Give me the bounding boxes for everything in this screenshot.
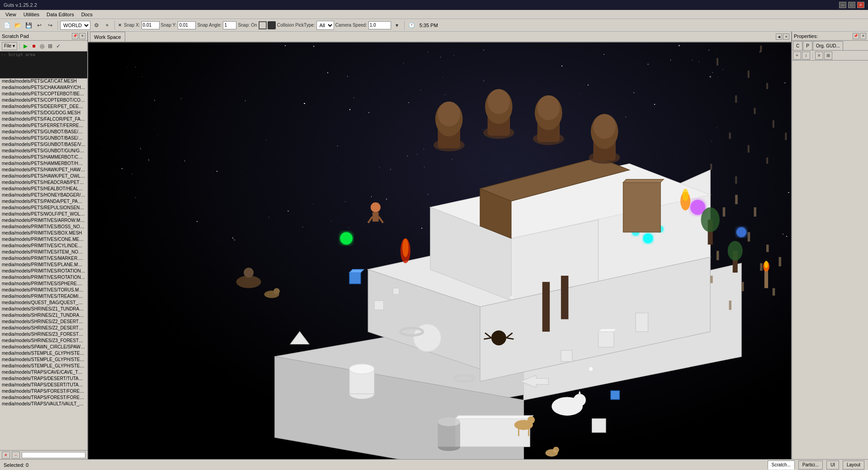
file-list-item[interactable]: media/models/TRAPS/FOREST/FOREST_M... — [0, 395, 87, 401]
file-list-item[interactable]: media/models/PETS/HAMMERBOT/HAMME... — [0, 161, 87, 167]
file-list-item[interactable]: media/models/PETS/GUNBOT/BASE/COLLI... — [0, 129, 87, 136]
file-list-item[interactable]: media/models/TRAPS/FOREST/FOREST_M... — [0, 389, 87, 395]
script-record-btn[interactable]: ◎ — [38, 42, 46, 50]
file-list-item[interactable]: media/models/PETS/GUNBOT/BASE/VAULT... — [0, 142, 87, 148]
status-tab-ui[interactable]: UI — [826, 461, 839, 470]
file-list-item[interactable]: media/models/PRIMITIVES/BOSS_NODE.ME — [0, 224, 87, 230]
menu-data-editors[interactable]: Data Editors — [43, 10, 78, 19]
world-settings-btn[interactable]: ⚙ — [91, 20, 101, 30]
scratch-pad-pin-btn[interactable]: 📌 — [72, 33, 78, 39]
prop-grid-btn[interactable]: ⊞ — [824, 52, 832, 60]
file-list-item[interactable]: media/models/SPAWN_CIRCLE/SPAWN_CIR — [0, 344, 87, 351]
file-list-item[interactable]: media/models/SHRINES/Z1_TUNDRA_SHRI — [0, 306, 87, 313]
file-list-item[interactable]: media/models/PETS/PANDA/PET_PANDA.M — [0, 199, 87, 205]
workspace-tab[interactable]: Work Space — [90, 32, 125, 42]
file-list-item[interactable]: media/models/SHRINES/Z3_FOREST_SHRI... — [0, 338, 87, 344]
file-list-item[interactable]: media/models/PETS/COPTERBOT/BEAM.ME — [0, 91, 87, 98]
viewport[interactable] — [88, 42, 791, 459]
file-list-item[interactable]: media/models/PRIMITIVES/SPHERE.MESH — [0, 281, 87, 287]
file-list-item[interactable]: media/models/SHRINES/Z3_FOREST_SHRI... — [0, 332, 87, 338]
file-list-item[interactable]: media/models/SHRINES/Z2_DESERT_SHRI... — [0, 319, 87, 325]
delete-btn[interactable]: ✕ — [2, 451, 10, 459]
file-list-item[interactable]: media/models/PETS/GUNBOT/BASE/GUNB... — [0, 136, 87, 142]
file-list-item[interactable]: media/models/PETS/GUNBOT/GUN/GUN.M — [0, 148, 87, 155]
prop-add-btn[interactable]: + — [793, 52, 801, 60]
file-list-item[interactable]: media/models/TRAPS/VAULT/VAULT_BLAD... — [0, 401, 87, 408]
file-list-item[interactable]: media/models/STEMPLE_GLYPH/STEMPLE... — [0, 363, 87, 370]
file-list-item[interactable]: media/models/PETS/HAMMERBOT/COLLIS... — [0, 155, 87, 161]
file-list-item[interactable]: media/models/PRIMITIVES/ROTATION_QU... — [0, 268, 87, 275]
workspace-close-btn[interactable]: ✕ — [783, 33, 789, 40]
filter-input[interactable] — [22, 452, 85, 458]
world-dropdown[interactable]: WORLD — [60, 21, 90, 30]
toolbar-save-btn[interactable]: 💾 — [24, 20, 33, 30]
file-list-item[interactable]: media/models/PETS/REPULSIONSENTRY/S — [0, 205, 87, 212]
file-list-item[interactable]: media/models/PETS/DEER/PET_DEER.MES — [0, 104, 87, 110]
prop-list-btn[interactable]: ≡ — [815, 52, 823, 60]
menu-view[interactable]: View — [2, 10, 20, 19]
file-list-item[interactable]: media/models/PETS/COPTERBOT/COPTER... — [0, 98, 87, 104]
file-list-item[interactable]: media/models/PRIMITIVES/TORUS.MESH — [0, 287, 87, 294]
menu-docs[interactable]: Docs — [78, 10, 96, 19]
file-list-item[interactable]: media/models/STEMPLE_GLYPH/STEMPLE... — [0, 351, 87, 357]
script-file-btn[interactable]: File ▾ — [2, 42, 17, 50]
camera-speed-input[interactable] — [368, 21, 391, 29]
toolbar-redo-btn[interactable]: ↪ — [45, 20, 55, 30]
prop-arrow-btn[interactable]: ↕ — [802, 52, 810, 60]
file-list-item[interactable]: media/models/PRIMITIVES/CYLINDER.MES — [0, 243, 87, 249]
snap-toggle-btn[interactable] — [259, 21, 267, 29]
file-list[interactable]: media/models/PETS/CAT/CAT.MESHmedia/mode… — [0, 79, 87, 450]
file-list-item[interactable]: media/models/PETS/HAWK/PET_HAWK.MES — [0, 167, 87, 174]
maximize-button[interactable]: □ — [848, 2, 855, 8]
prop-tab-c[interactable]: C — [793, 41, 802, 50]
file-list-item[interactable]: media/models/PETS/WOLF/PET_WOLF.MES — [0, 212, 87, 218]
minimize-button[interactable]: ─ — [839, 2, 846, 8]
file-list-item[interactable]: media/models/STEMPLE_GLYPH/STEMPLE... — [0, 357, 87, 363]
file-list-item[interactable]: media/models/PETS/HONEYBADGER/HONE — [0, 193, 87, 199]
file-list-item[interactable]: media/models/SHRINES/Z1_TUNDRA_SHRI — [0, 313, 87, 319]
file-list-item[interactable]: media/models/PRIMITIVES/TREADMILL.MES — [0, 294, 87, 300]
file-list-item[interactable]: media/models/TRAPS/DESERT/TUTARAN_T — [0, 382, 87, 389]
toolbar-new-btn[interactable]: 📄 — [2, 20, 12, 30]
status-tab-partici[interactable]: Partici... — [798, 461, 823, 470]
file-list-item[interactable]: media/models/QUEST_BAG/QUEST_BAG.M — [0, 300, 87, 306]
file-list-item[interactable]: media/models/PRIMITIVES/MARKER.MESH — [0, 256, 87, 262]
file-list-item[interactable]: media/models/PRIMITIVES/BOX.MESH — [0, 230, 87, 237]
remove-btn[interactable]: − — [12, 451, 20, 459]
file-list-item[interactable]: media/models/PETS/FALCOR/PET_FALCO... — [0, 117, 87, 123]
properties-pin-btn[interactable]: 📌 — [853, 33, 859, 39]
file-list-item[interactable]: media/models/PRIMITIVES/ARROW.MESH — [0, 218, 87, 224]
status-tab-layout[interactable]: Layout — [843, 461, 864, 470]
file-list-item[interactable]: media/models/PRIMITIVES/CONE.MESH — [0, 237, 87, 243]
snap-x-input[interactable] — [142, 21, 160, 29]
file-list-item[interactable]: media/models/PETS/CAT/CAT.MESH — [0, 79, 87, 85]
file-list-item[interactable]: media/models/TRAPS/CAVE/CAVE_TRAP_B — [0, 370, 87, 376]
toolbar-open-btn[interactable]: 📂 — [13, 20, 23, 30]
close-button[interactable]: ✕ — [857, 2, 864, 8]
file-list-item[interactable]: media/models/PETS/DOG/DOG.MESH — [0, 110, 87, 117]
script-stop-btn[interactable]: ■ — [30, 42, 38, 50]
world-add-btn[interactable]: + — [102, 20, 112, 30]
camera-speed-dropdown-btn[interactable]: ▾ — [392, 20, 402, 30]
file-list-item[interactable]: media/models/PRIMITIVES/PLANE.MESH — [0, 262, 87, 268]
prop-tab-org[interactable]: Org. GUD... — [813, 41, 843, 50]
script-editor[interactable]: -- Script area — [0, 52, 87, 79]
file-list-item[interactable]: media/models/PETS/CHAKAWARY/CHAKAW... — [0, 85, 87, 91]
file-list-item[interactable]: media/models/TRAPS/DESERT/TUTARAN_T — [0, 376, 87, 382]
file-list-item[interactable]: media/models/PETS/HEADCRAB/PET_HEAD — [0, 180, 87, 186]
script-check-btn[interactable]: ✓ — [55, 42, 62, 50]
file-list-item[interactable]: media/models/PRIMITIVES/ITEM_NODE.ME — [0, 249, 87, 256]
script-add-btn[interactable]: ⊞ — [47, 42, 54, 50]
file-list-item[interactable]: media/models/SHRINES/Z2_DESERT_SHRI... — [0, 325, 87, 332]
prop-tab-p[interactable]: P — [803, 41, 812, 50]
scratch-pad-close-btn[interactable]: ✕ — [79, 33, 85, 39]
properties-close-btn[interactable]: ✕ — [860, 33, 866, 39]
workspace-expand-btn[interactable]: ◀ — [776, 33, 782, 40]
menu-utilities[interactable]: Utilities — [20, 10, 43, 19]
file-list-item[interactable]: media/models/PETS/HAWK/PET_OWL.MES — [0, 174, 87, 180]
file-list-item[interactable]: media/models/PETS/HEALBOT/HEALBOT.M — [0, 186, 87, 193]
file-list-item[interactable]: media/models/PRIMITIVES/ROTATION_RIN — [0, 275, 87, 281]
snap-angle-input[interactable] — [223, 21, 236, 29]
status-tab-scratch[interactable]: Scratch... — [768, 461, 795, 470]
toolbar-undo-btn[interactable]: ↩ — [34, 20, 44, 30]
